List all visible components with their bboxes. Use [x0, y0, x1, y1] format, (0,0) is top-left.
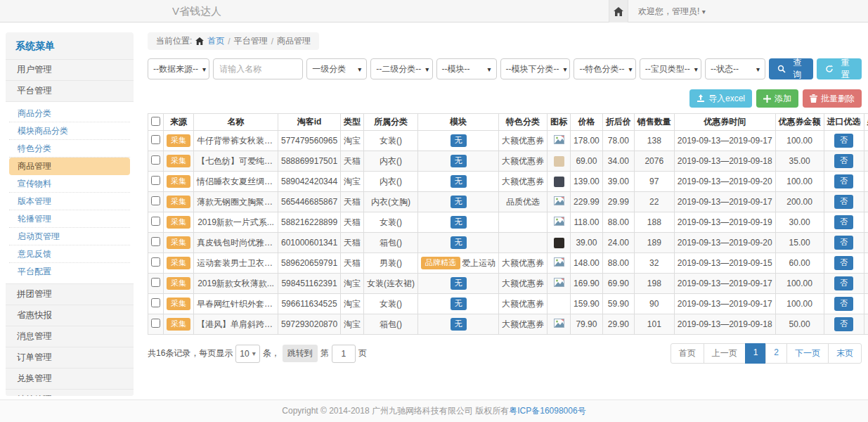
batch-delete-button[interactable]: 批量删除 — [803, 89, 862, 108]
discount-price: 39.00 — [602, 172, 634, 192]
sidebar-group-6[interactable]: 订单管理 — [6, 347, 134, 368]
import-select-toggle[interactable]: 否 — [834, 317, 853, 331]
name-search-input[interactable] — [213, 58, 303, 79]
taoke-id: 589620659791 — [278, 253, 341, 274]
goods-name: 【港风】单肩斜跨链条... — [194, 314, 278, 335]
coupon-amount: 35.00 — [775, 151, 824, 172]
row-checkbox[interactable] — [151, 278, 160, 287]
price: 39.00 — [571, 233, 603, 253]
row-checkbox[interactable] — [151, 217, 160, 226]
per-page-value: 10 — [240, 349, 249, 359]
row-checkbox[interactable] — [151, 196, 160, 205]
sidebar-group-2[interactable]: 平台管理 — [6, 80, 134, 101]
sidebar-group-8[interactable]: 结算管理 — [6, 389, 134, 396]
price: 139.00 — [571, 172, 603, 192]
home-icon — [614, 7, 623, 16]
sidebar-item-4[interactable]: 商品管理 — [9, 158, 130, 175]
select-all-checkbox[interactable] — [151, 117, 160, 126]
import-select-cell: 否 — [824, 192, 864, 212]
add-button[interactable]: 添加 — [756, 89, 798, 108]
filter-select-5[interactable]: --模块下分类--▾ — [500, 58, 571, 79]
row-checkbox[interactable] — [151, 176, 160, 185]
sidebar-item-10[interactable]: 平台配置 — [9, 263, 130, 281]
import-select-toggle[interactable]: 否 — [834, 297, 853, 310]
page-button-末页[interactable]: 末页 — [828, 343, 862, 364]
import-select-toggle[interactable]: 否 — [834, 154, 853, 167]
per-page-select[interactable]: 10▾ — [235, 345, 259, 363]
sidebar-group-7[interactable]: 兑换管理 — [6, 368, 134, 389]
import-select-toggle[interactable]: 否 — [834, 256, 853, 269]
coupon-time: 2019-09-13—2019-09-17 — [674, 131, 775, 151]
import-select-toggle[interactable]: 否 — [834, 195, 853, 208]
row-checkbox[interactable] — [151, 155, 160, 165]
page-button-上一页[interactable]: 上一页 — [704, 343, 746, 364]
sidebar-item-7[interactable]: 轮播管理 — [9, 210, 130, 228]
sidebar-group-3[interactable]: 拼团管理 — [6, 283, 134, 305]
search-button[interactable]: 查询 — [769, 58, 814, 79]
filter-select-8[interactable]: --状态--▾ — [705, 58, 765, 79]
taoke-id: 588216228899 — [278, 212, 341, 233]
icon-cell — [548, 233, 571, 253]
chevron-down-icon: ▾ — [564, 65, 567, 73]
column-header-13: 优惠券金额 — [775, 114, 824, 131]
import-select-toggle[interactable]: 否 — [834, 236, 853, 249]
row-checkbox[interactable] — [151, 237, 160, 246]
import-select-toggle[interactable]: 否 — [834, 174, 853, 188]
filter-select-2[interactable]: 一级分类▾ — [306, 58, 367, 79]
welcome-dropdown[interactable]: 欢迎您，管理员! ▾ — [628, 0, 706, 23]
sidebar-item-3[interactable]: 特色分类 — [9, 140, 130, 158]
page-button-2[interactable]: 2 — [765, 343, 787, 364]
goods-name: 运动套装男士卫衣初秋... — [194, 253, 278, 274]
import-select-toggle[interactable]: 否 — [834, 134, 853, 147]
source-cell: 采集 — [164, 314, 194, 335]
filter-select-4[interactable]: --模块--▾ — [436, 58, 497, 79]
sidebar-item-5[interactable]: 宣传物料 — [9, 175, 130, 193]
filter-select-6[interactable]: --特色分类--▾ — [574, 58, 635, 79]
jump-page-input[interactable] — [332, 345, 356, 363]
sidebar-item-9[interactable]: 意见反馈 — [9, 245, 130, 263]
source-cell: 采集 — [164, 253, 194, 274]
source-badge: 采集 — [167, 277, 190, 289]
import-select-toggle[interactable]: 否 — [834, 215, 853, 229]
column-header-4: 类型 — [341, 114, 364, 131]
row-checkbox[interactable] — [151, 319, 160, 328]
source-badge: 采集 — [167, 155, 190, 167]
filter-select-3[interactable]: --二级分类--▾ — [370, 58, 432, 79]
import-select-toggle[interactable]: 否 — [834, 276, 853, 290]
row-checkbox-cell — [148, 233, 164, 253]
jump-button[interactable]: 跳转到 — [283, 345, 318, 362]
filter-select-7[interactable]: --宝贝类型--▾ — [640, 58, 701, 79]
taoke-id: 588869917501 — [278, 151, 341, 172]
reset-button[interactable]: 重置 — [817, 58, 862, 79]
page-button-下一页[interactable]: 下一页 — [786, 343, 829, 364]
page-button-首页[interactable]: 首页 — [671, 343, 704, 364]
sidebar-group-1[interactable]: 用户管理 — [6, 59, 134, 80]
broken-image-icon — [554, 217, 564, 226]
row-checkbox[interactable] — [151, 298, 160, 307]
import-select-cell: 否 — [824, 131, 864, 151]
discount-price: 29.99 — [602, 192, 634, 212]
sidebar-item-1[interactable]: 商品分类 — [9, 105, 130, 122]
sidebar-item-8[interactable]: 启动页管理 — [9, 228, 130, 245]
sidebar-item-6[interactable]: 版本管理 — [9, 193, 130, 210]
coupon-time: 2019-09-13—2019-09-17 — [674, 274, 775, 294]
import-excel-button[interactable]: 导入excel — [689, 89, 752, 108]
page-button-1[interactable]: 1 — [745, 343, 767, 364]
sidebar-group-5[interactable]: 消息管理 — [6, 326, 134, 347]
discount-price: 59.90 — [602, 294, 634, 314]
chevron-down-icon: ▾ — [756, 65, 760, 73]
home-button[interactable] — [609, 0, 628, 23]
icp-link[interactable]: 粤ICP备16098006号 — [509, 406, 585, 416]
sidebar-group-4[interactable]: 省惠快报 — [6, 305, 134, 326]
breadcrumb-home-link[interactable]: 首页 — [207, 35, 224, 47]
source-badge: 采集 — [167, 196, 190, 207]
sidebar-submenu: 商品分类模块商品分类特色分类商品管理宣传物料版本管理轮播管理启动页管理意见反馈平… — [6, 101, 134, 283]
column-header-8: 图标 — [548, 114, 571, 131]
sidebar-item-2[interactable]: 模块商品分类 — [9, 122, 130, 140]
row-checkbox[interactable] — [151, 257, 160, 267]
table-row: 采集2019新款女秋薄款...598451162391淘宝女装(连衣裙)无大额优… — [148, 274, 868, 294]
filter-select-label: --特色分类-- — [579, 63, 624, 75]
table-header-row: 来源名称淘客id类型所属分类模块特色分类图标价格折后价销售数量优惠券时间优惠券金… — [148, 114, 868, 131]
filter-select-1[interactable]: --数据来源--▾ — [148, 58, 209, 79]
row-checkbox[interactable] — [151, 135, 160, 144]
